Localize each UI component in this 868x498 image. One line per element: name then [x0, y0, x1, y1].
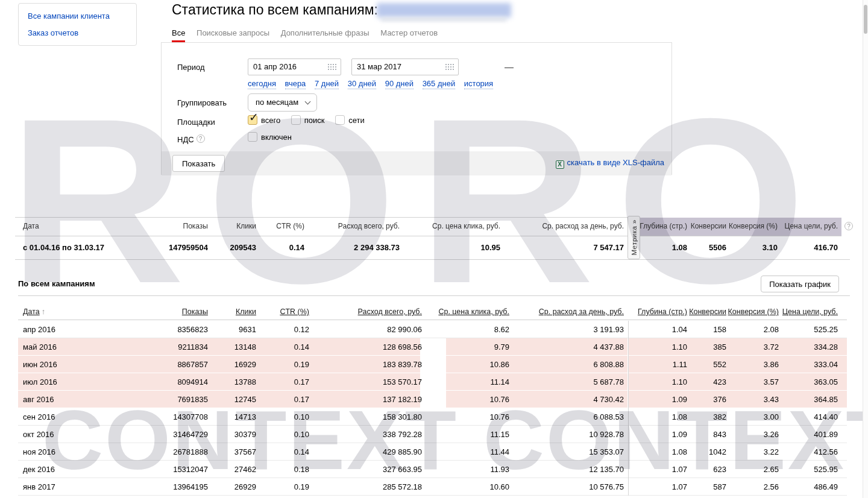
scrollbar-track[interactable]: [863, 0, 868, 498]
quick-range-90-days[interactable]: 90 дней: [385, 79, 414, 89]
column-header-avg-cpc[interactable]: Ср. цена клика, руб.: [438, 304, 509, 320]
show-button[interactable]: Показать: [172, 155, 225, 172]
summary-header-cost-total: Расход всего, руб.: [338, 217, 400, 236]
cell-cost-total: 285 572.18: [383, 478, 422, 496]
cell-clicks: 26929: [234, 478, 256, 496]
cell-goal-cost: 525.25: [814, 321, 838, 338]
date-from-value: 01 апр 2016: [253, 62, 297, 71]
column-header-cost-total[interactable]: Расход всего, руб.: [358, 304, 422, 320]
cell-conversion-rate: 3.72: [764, 338, 779, 356]
checkbox-vat[interactable]: включен: [248, 132, 292, 142]
summary-header-goal-cost: Цена цели, руб.: [785, 217, 838, 236]
calendar-icon[interactable]: [445, 64, 454, 71]
checkbox-networks[interactable]: сети: [335, 115, 365, 125]
column-header-conversion-rate[interactable]: Конверсия (%): [728, 304, 779, 320]
cell-impressions: 8867857: [177, 356, 208, 373]
cell-goal-cost: 525.95: [814, 461, 838, 478]
table-row: июл 20168094914137880.17153 570.1711.145…: [18, 373, 847, 391]
column-header-avg-day-cost[interactable]: Ср. расход за день, руб.: [539, 304, 624, 320]
xls-download-label: скачать в виде XLS-файла: [567, 158, 665, 167]
cell-ctr: 0.18: [294, 461, 309, 478]
checkbox-vat-label: включен: [261, 133, 292, 142]
cell-date: авг 2016: [23, 391, 54, 408]
column-header-impressions[interactable]: Показы: [182, 304, 208, 320]
tab-additional-phrases[interactable]: Дополнительные фразы: [281, 28, 370, 42]
cell-impressions: 13964195: [173, 478, 208, 496]
checkbox-vat-box[interactable]: [248, 132, 257, 142]
cell-conversion-rate: 3.26: [764, 426, 779, 443]
quick-range-7-days[interactable]: 7 дней: [315, 79, 339, 89]
column-header-date[interactable]: Дата↑: [23, 304, 45, 320]
tab-search-queries[interactable]: Поисковые запросы: [197, 28, 269, 42]
date-to-input[interactable]: 31 мар 2017: [351, 58, 459, 75]
xls-download-link[interactable]: Xскачать в виде XLS-файла: [556, 158, 665, 169]
summary-header-clicks: Клики: [236, 217, 256, 236]
summary-cost-total: 2 294 338.73: [354, 236, 400, 259]
calendar-icon[interactable]: [328, 64, 336, 71]
table-row: сен 201614307708147130.10158 301.8010.76…: [18, 408, 847, 426]
cell-goal-cost: 363.05: [814, 373, 838, 391]
checkbox-total-label: всего: [261, 116, 280, 125]
filter-panel: Период 01 апр 2016 — 31 мар 2017 сегодня…: [161, 42, 672, 175]
metrika-collapse-tab[interactable]: Метрика »: [627, 216, 640, 259]
show-chart-button[interactable]: Показать график: [761, 276, 839, 292]
sidebar-link-all-campaigns[interactable]: Все кампании клиента: [28, 11, 127, 21]
column-header-clicks[interactable]: Клики: [236, 304, 256, 320]
cell-date: июл 2016: [23, 373, 57, 391]
vat-option: включен: [248, 132, 300, 143]
summary-conversions: 5506: [709, 236, 726, 259]
group-label: Группировать: [177, 98, 227, 107]
quick-range-365-days[interactable]: 365 дней: [423, 79, 456, 89]
quick-range-today[interactable]: сегодня: [248, 79, 276, 89]
summary-depth: 1.08: [672, 236, 687, 259]
cell-cost-total: 137 182.19: [383, 391, 422, 408]
cell-date: янв 2017: [23, 478, 55, 496]
help-icon[interactable]: ?: [197, 134, 205, 143]
cell-cost-total: 128 698.56: [383, 338, 422, 356]
checkbox-total-box[interactable]: ✓: [248, 115, 257, 125]
summary-top-line: [15, 217, 627, 218]
column-header-goal-cost[interactable]: Цена цели, руб.: [782, 304, 838, 320]
column-divider: [628, 338, 629, 356]
cell-conversions: 843: [713, 426, 726, 443]
cell-goal-cost: 412.56: [814, 443, 838, 461]
column-header-depth[interactable]: Глубина (стр.): [638, 304, 687, 320]
checkbox-search[interactable]: поиск: [291, 115, 325, 125]
column-divider: [628, 391, 629, 408]
group-select[interactable]: по месяцам: [248, 93, 317, 112]
cell-avg-cpc: 11.15: [490, 426, 509, 443]
summary-goal-cost: 416.70: [814, 236, 838, 259]
vat-label-text: НДС: [177, 135, 194, 144]
tab-report-wizard[interactable]: Мастер отчетов: [380, 28, 438, 42]
cell-depth: 1.08: [672, 408, 687, 426]
quick-range-history[interactable]: история: [464, 79, 493, 89]
cell-cost-total: 429 885.90: [383, 443, 422, 461]
cell-conversions: 382: [713, 408, 726, 426]
check-icon: ✓: [249, 110, 259, 124]
column-header-ctr[interactable]: CTR (%): [280, 304, 309, 320]
quick-range-30-days[interactable]: 30 дней: [348, 79, 376, 89]
cell-impressions: 8356823: [177, 321, 208, 338]
cell-date: ноя 2016: [23, 443, 55, 461]
cell-conversion-rate: 3.22: [764, 443, 779, 461]
scrollbar-thumb[interactable]: [864, 5, 867, 34]
cell-avg-cpc: 11.93: [490, 461, 509, 478]
cell-impressions: 8094914: [177, 373, 208, 391]
sidebar-link-report-order[interactable]: Заказ отчетов: [28, 28, 127, 38]
cell-avg-day-cost: 6 088.53: [593, 408, 624, 426]
row-highlight: [18, 356, 420, 373]
xls-file-icon: X: [556, 160, 564, 169]
column-divider: [628, 478, 629, 496]
checkbox-search-box[interactable]: [291, 115, 301, 125]
metrika-help-icon[interactable]: ?: [844, 222, 853, 230]
tab-all[interactable]: Все: [172, 28, 185, 42]
cell-depth: 1.09: [672, 426, 687, 443]
checkbox-total[interactable]: ✓ всего: [248, 115, 280, 125]
cell-clicks: 13148: [234, 338, 256, 356]
group-select-value: по месяцам: [256, 98, 298, 107]
summary-header-depth: Глубина (стр.): [640, 217, 687, 236]
date-from-input[interactable]: 01 апр 2016: [248, 58, 341, 75]
checkbox-networks-box[interactable]: [335, 115, 345, 125]
quick-range-yesterday[interactable]: вчера: [285, 79, 306, 89]
column-header-conversions[interactable]: Конверсии: [689, 304, 726, 320]
